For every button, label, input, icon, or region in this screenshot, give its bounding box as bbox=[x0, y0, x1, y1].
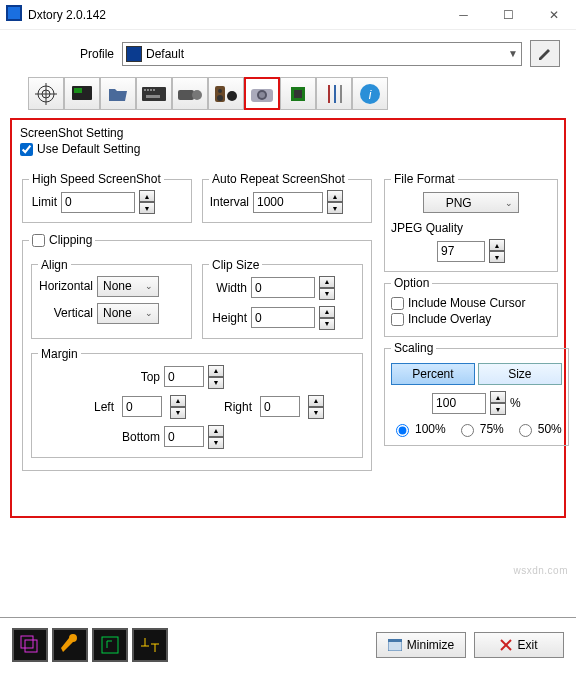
limit-label: Limit bbox=[29, 195, 57, 209]
width-spinner[interactable]: ▲▼ bbox=[319, 276, 335, 300]
profile-row: Profile Default ▼ bbox=[0, 30, 576, 75]
jpeg-quality-input[interactable] bbox=[437, 241, 485, 262]
tab-hotkey[interactable] bbox=[136, 77, 172, 110]
align-group: Align Horizontal None⌄ Vertical None⌄ bbox=[31, 258, 192, 339]
left-input[interactable] bbox=[122, 396, 162, 417]
high-speed-group: High Speed ScreenShot Limit ▲▼ bbox=[22, 172, 192, 223]
bottom-spinner[interactable]: ▲▼ bbox=[208, 425, 224, 449]
chevron-down-icon: ⌄ bbox=[145, 308, 153, 318]
chevron-down-icon: ⌄ bbox=[145, 281, 153, 291]
size-toggle[interactable]: Size bbox=[478, 363, 562, 385]
minimize-window-button[interactable]: ─ bbox=[441, 0, 486, 30]
chevron-down-icon: ▼ bbox=[508, 48, 518, 59]
svg-text:i: i bbox=[369, 88, 372, 102]
tab-folder[interactable] bbox=[100, 77, 136, 110]
height-spinner[interactable]: ▲▼ bbox=[319, 306, 335, 330]
svg-point-17 bbox=[218, 89, 222, 93]
auto-repeat-group: Auto Repeat ScreenShot Interval ▲▼ bbox=[202, 172, 372, 223]
scaling-input[interactable] bbox=[432, 393, 486, 414]
clip-size-group: Clip Size Width ▲▼ Height ▲▼ bbox=[202, 258, 363, 339]
clipping-checkbox[interactable]: Clipping bbox=[32, 233, 92, 247]
tab-processor[interactable] bbox=[280, 77, 316, 110]
use-default-input[interactable] bbox=[20, 143, 33, 156]
scale-100-radio[interactable]: 100% bbox=[391, 421, 446, 437]
width-label: Width bbox=[209, 281, 247, 295]
tab-info[interactable]: i bbox=[352, 77, 388, 110]
svg-rect-24 bbox=[294, 90, 302, 98]
option-group: Option Include Mouse Cursor Include Over… bbox=[384, 276, 558, 337]
svg-rect-10 bbox=[147, 89, 149, 91]
svg-rect-13 bbox=[146, 95, 160, 98]
interval-spinner[interactable]: ▲▼ bbox=[327, 190, 343, 214]
clip-size-legend: Clip Size bbox=[209, 258, 262, 272]
format-select[interactable]: PNG⌄ bbox=[423, 192, 519, 213]
tab-target[interactable] bbox=[28, 77, 64, 110]
scaling-legend: Scaling bbox=[391, 341, 436, 355]
scaling-group: Scaling Percent Size ▲▼ % 100% 75% 50% bbox=[384, 341, 569, 446]
monitor-icon bbox=[71, 85, 93, 103]
chip-icon bbox=[288, 84, 308, 104]
height-label: Height bbox=[209, 311, 247, 325]
top-spinner[interactable]: ▲▼ bbox=[208, 365, 224, 389]
tab-overlay[interactable] bbox=[64, 77, 100, 110]
scale-50-radio[interactable]: 50% bbox=[514, 421, 562, 437]
titlebar: Dxtory 2.0.142 ─ ☐ ✕ bbox=[0, 0, 576, 30]
limit-spinner[interactable]: ▲▼ bbox=[139, 190, 155, 214]
svg-rect-9 bbox=[144, 89, 146, 91]
panel-title: ScreenShot Setting bbox=[20, 126, 556, 140]
high-speed-legend: High Speed ScreenShot bbox=[29, 172, 164, 186]
tab-video[interactable] bbox=[172, 77, 208, 110]
left-spinner[interactable]: ▲▼ bbox=[170, 395, 186, 419]
svg-rect-12 bbox=[153, 89, 155, 91]
left-label: Left bbox=[70, 400, 114, 414]
window-title: Dxtory 2.0.142 bbox=[28, 8, 441, 22]
profile-label: Profile bbox=[16, 47, 114, 61]
crosshair-icon bbox=[35, 83, 57, 105]
camcorder-icon bbox=[178, 86, 202, 102]
pencil-icon bbox=[537, 46, 553, 62]
keyboard-icon bbox=[142, 87, 166, 101]
height-input[interactable] bbox=[251, 307, 315, 328]
width-input[interactable] bbox=[251, 277, 315, 298]
tab-advanced[interactable] bbox=[316, 77, 352, 110]
bottom-input[interactable] bbox=[164, 426, 204, 447]
speaker-icon bbox=[215, 84, 237, 104]
right-input[interactable] bbox=[260, 396, 300, 417]
svg-rect-14 bbox=[178, 90, 194, 100]
profile-select[interactable]: Default ▼ bbox=[122, 42, 522, 66]
vertical-select[interactable]: None⌄ bbox=[97, 303, 159, 324]
tab-audio[interactable] bbox=[208, 77, 244, 110]
right-spinner[interactable]: ▲▼ bbox=[308, 395, 324, 419]
use-default-label: Use Default Setting bbox=[37, 142, 140, 156]
interval-label: Interval bbox=[209, 195, 249, 209]
jpeg-spinner[interactable]: ▲▼ bbox=[489, 239, 505, 263]
scaling-spinner[interactable]: ▲▼ bbox=[490, 391, 506, 415]
svg-point-18 bbox=[217, 95, 223, 101]
auto-repeat-legend: Auto Repeat ScreenShot bbox=[209, 172, 348, 186]
tab-toolbar: i bbox=[28, 77, 548, 110]
horizontal-select[interactable]: None⌄ bbox=[97, 276, 159, 297]
info-icon: i bbox=[359, 83, 381, 105]
percent-toggle[interactable]: Percent bbox=[391, 363, 475, 385]
use-default-checkbox[interactable]: Use Default Setting bbox=[20, 142, 556, 156]
right-label: Right bbox=[194, 400, 252, 414]
close-window-button[interactable]: ✕ bbox=[531, 0, 576, 30]
limit-input[interactable] bbox=[61, 192, 135, 213]
file-format-group: File Format PNG⌄ JPEG Quality ▲▼ bbox=[384, 172, 558, 272]
svg-point-22 bbox=[259, 92, 265, 98]
top-input[interactable] bbox=[164, 366, 204, 387]
margin-group: Margin Top ▲▼ Left ▲▼ Right ▲▼ Bottom bbox=[31, 347, 363, 458]
tab-screenshot[interactable] bbox=[244, 77, 280, 110]
maximize-window-button[interactable]: ☐ bbox=[486, 0, 531, 30]
scale-75-radio[interactable]: 75% bbox=[456, 421, 504, 437]
folder-icon bbox=[107, 85, 129, 103]
profile-icon bbox=[126, 46, 142, 62]
include-overlay-checkbox[interactable]: Include Overlay bbox=[391, 312, 551, 326]
interval-input[interactable] bbox=[253, 192, 323, 213]
jpeg-quality-label: JPEG Quality bbox=[391, 221, 551, 235]
edit-profile-button[interactable] bbox=[530, 40, 560, 67]
screenshot-settings-panel: ScreenShot Setting Use Default Setting H… bbox=[10, 118, 566, 518]
profile-value: Default bbox=[146, 47, 184, 61]
vertical-label: Vertical bbox=[38, 306, 93, 320]
include-mouse-checkbox[interactable]: Include Mouse Cursor bbox=[391, 296, 551, 310]
